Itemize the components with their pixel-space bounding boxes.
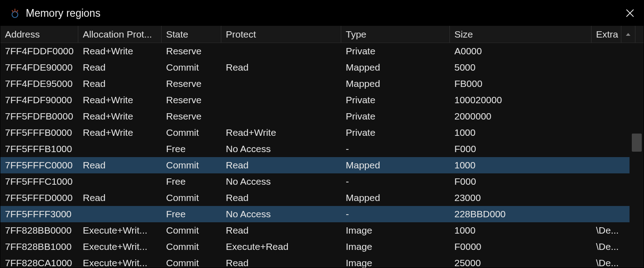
cell-state: Commit xyxy=(162,222,221,239)
cell-size: F000 xyxy=(450,173,592,190)
cell-size: 1000 xyxy=(450,124,592,141)
cell-size: 5000 xyxy=(450,59,592,76)
cell-protect: Read xyxy=(221,157,341,173)
cell-address: 7FF5FFFF3000 xyxy=(0,206,78,222)
cell-protect: No Access xyxy=(221,173,341,190)
cell-protect: No Access xyxy=(221,141,341,157)
cell-address: 7FF5FFFC1000 xyxy=(0,173,78,190)
table-row[interactable]: 7FF5FDFB0000Read+WriteReservePrivate2000… xyxy=(0,108,644,124)
memory-regions-window: Memory regions Address Allocation Prot..… xyxy=(0,0,644,268)
table-body: 7FF4FDDF0000Read+WriteReservePrivateA000… xyxy=(0,43,644,268)
cell-alloc: Read xyxy=(78,59,162,76)
cell-address: 7FF828BB1000 xyxy=(0,239,78,255)
cell-protect xyxy=(221,108,341,124)
cell-size: 23000 xyxy=(450,190,592,206)
column-headers: Address Allocation Prot... State Protect… xyxy=(0,26,644,43)
table-row[interactable]: 7FF4FDDF0000Read+WriteReservePrivateA000… xyxy=(0,43,644,59)
cell-state: Reserve xyxy=(162,43,221,59)
cell-alloc xyxy=(78,141,162,157)
header-allocation-protect[interactable]: Allocation Prot... xyxy=(78,26,162,43)
cell-alloc xyxy=(78,206,162,222)
table-row[interactable]: 7FF4FDE90000ReadCommitReadMapped5000 xyxy=(0,59,644,76)
table-row[interactable]: 7FF5FFFF3000FreeNo Access-228BBD000 xyxy=(0,206,644,222)
cell-alloc: Read xyxy=(78,76,162,92)
cell-alloc: Read+Write xyxy=(78,92,162,108)
cell-extra xyxy=(592,92,621,108)
app-icon xyxy=(9,7,21,19)
cell-state: Reserve xyxy=(162,92,221,108)
cell-type: - xyxy=(341,173,450,190)
header-extra[interactable]: Extra xyxy=(592,26,621,43)
cell-type: Mapped xyxy=(341,157,450,173)
cell-size: 228BBD000 xyxy=(450,206,592,222)
cell-protect: Execute+Read xyxy=(221,239,341,255)
header-protect[interactable]: Protect xyxy=(221,26,341,43)
cell-extra xyxy=(592,59,621,76)
cell-alloc xyxy=(78,173,162,190)
cell-address: 7FF4FDDF0000 xyxy=(0,43,78,59)
header-address[interactable]: Address xyxy=(0,26,78,43)
cell-type: Private xyxy=(341,43,450,59)
table-row[interactable]: 7FF828BB1000Execute+Writ...CommitExecute… xyxy=(0,239,644,255)
table-row[interactable]: 7FF5FFFB1000FreeNo Access-F000 xyxy=(0,141,644,157)
cell-state: Free xyxy=(162,141,221,157)
table-row[interactable]: 7FF828BB0000Execute+Writ...CommitReadIma… xyxy=(0,222,644,239)
cell-alloc: Execute+Writ... xyxy=(78,239,162,255)
cell-type: Image xyxy=(341,222,450,239)
header-state[interactable]: State xyxy=(162,26,221,43)
cell-address: 7FF5FFFD0000 xyxy=(0,190,78,206)
svg-point-0 xyxy=(12,12,18,18)
cell-address: 7FF5FDFB0000 xyxy=(0,108,78,124)
cell-protect: Read+Write xyxy=(221,124,341,141)
cell-protect: Read xyxy=(221,222,341,239)
cell-extra: \De... xyxy=(592,255,621,268)
cell-extra: \De... xyxy=(592,239,621,255)
cell-address: 7FF5FFFC0000 xyxy=(0,157,78,173)
cell-size: A0000 xyxy=(450,43,592,59)
cell-protect xyxy=(221,92,341,108)
cell-state: Commit xyxy=(162,59,221,76)
table-row[interactable]: 7FF4FDF90000Read+WriteReservePrivate1000… xyxy=(0,92,644,108)
cell-extra xyxy=(592,190,621,206)
close-button[interactable] xyxy=(616,0,644,26)
cell-address: 7FF4FDE95000 xyxy=(0,76,78,92)
cell-type: - xyxy=(341,206,450,222)
cell-state: Reserve xyxy=(162,108,221,124)
cell-alloc: Read+Write xyxy=(78,108,162,124)
cell-extra xyxy=(592,108,621,124)
cell-alloc: Read xyxy=(78,157,162,173)
scroll-up-button[interactable] xyxy=(621,26,635,43)
cell-size: F000 xyxy=(450,141,592,157)
header-type[interactable]: Type xyxy=(341,26,450,43)
cell-address: 7FF828CA1000 xyxy=(0,255,78,268)
cell-state: Commit xyxy=(162,190,221,206)
cell-protect xyxy=(221,76,341,92)
table-row[interactable]: 7FF5FFFC1000FreeNo Access-F000 xyxy=(0,173,644,190)
scrollbar-thumb[interactable] xyxy=(632,134,642,152)
table-row[interactable]: 7FF5FFFB0000Read+WriteCommitRead+WritePr… xyxy=(0,124,644,141)
cell-address: 7FF4FDE90000 xyxy=(0,59,78,76)
cell-state: Free xyxy=(162,173,221,190)
table-row[interactable]: 7FF4FDE95000ReadReserveMappedFB000 xyxy=(0,76,644,92)
cell-protect xyxy=(221,43,341,59)
header-size[interactable]: Size xyxy=(450,26,592,43)
cell-type: Private xyxy=(341,92,450,108)
cell-type: - xyxy=(341,141,450,157)
cell-type: Mapped xyxy=(341,190,450,206)
cell-size: 100020000 xyxy=(450,92,592,108)
cell-extra xyxy=(592,173,621,190)
scrollbar[interactable] xyxy=(630,43,644,268)
cell-extra xyxy=(592,157,621,173)
table-row[interactable]: 7FF828CA1000Execute+Writ...CommitReadIma… xyxy=(0,255,644,268)
cell-type: Private xyxy=(341,108,450,124)
cell-size: 25000 xyxy=(450,255,592,268)
svg-line-2 xyxy=(16,10,18,13)
table-row[interactable]: 7FF5FFFD0000ReadCommitReadMapped23000 xyxy=(0,190,644,206)
cell-protect: Read xyxy=(221,255,341,268)
cell-state: Commit xyxy=(162,239,221,255)
table-row[interactable]: 7FF5FFFC0000ReadCommitReadMapped1000 xyxy=(0,157,644,173)
cell-state: Commit xyxy=(162,124,221,141)
cell-alloc: Read xyxy=(78,190,162,206)
cell-state: Reserve xyxy=(162,76,221,92)
cell-address: 7FF5FFFB0000 xyxy=(0,124,78,141)
